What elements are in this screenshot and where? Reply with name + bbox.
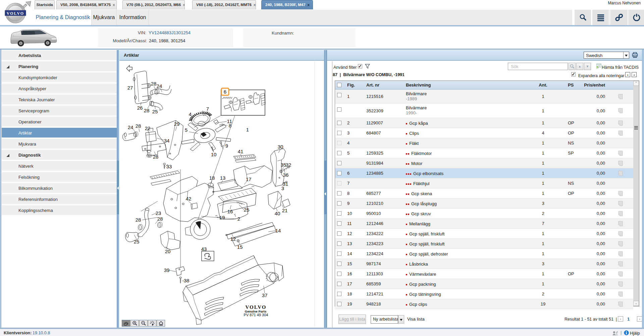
svg-text:14: 14: [275, 228, 281, 233]
svg-text:9: 9: [225, 143, 228, 149]
svg-text:3: 3: [281, 185, 284, 191]
svg-text:32: 32: [286, 162, 291, 168]
svg-text:28: 28: [157, 216, 163, 222]
svg-text:28: 28: [136, 217, 141, 223]
svg-text:VOLVO: VOLVO: [7, 11, 24, 16]
svg-text:6: 6: [224, 89, 226, 95]
svg-text:2: 2: [237, 216, 240, 222]
svg-text:28: 28: [136, 123, 141, 129]
svg-text:22: 22: [145, 125, 151, 131]
svg-text:20: 20: [165, 248, 171, 254]
svg-text:21: 21: [282, 208, 288, 213]
svg-text:40: 40: [275, 211, 280, 216]
svg-text:33: 33: [166, 164, 172, 169]
svg-text:23: 23: [156, 210, 161, 216]
svg-text:24: 24: [157, 83, 162, 89]
svg-text:28: 28: [153, 154, 159, 160]
svg-text:38: 38: [184, 278, 190, 283]
svg-text:28: 28: [144, 108, 150, 113]
svg-text:17: 17: [246, 176, 252, 182]
svg-text:10: 10: [211, 152, 217, 157]
svg-text:PV 871 49 304: PV 871 49 304: [244, 313, 268, 317]
svg-text:8: 8: [229, 123, 231, 128]
svg-text:26: 26: [137, 105, 143, 111]
svg-text:VOLVO: VOLVO: [245, 304, 266, 310]
svg-text:39: 39: [164, 267, 170, 273]
svg-text:43: 43: [201, 246, 207, 252]
svg-text:19: 19: [219, 215, 225, 220]
svg-text:7: 7: [206, 106, 209, 112]
svg-text:5: 5: [185, 127, 187, 133]
svg-text:41: 41: [238, 149, 244, 154]
svg-text:4: 4: [189, 111, 192, 117]
svg-text:1: 1: [246, 127, 249, 132]
svg-text:27: 27: [127, 85, 133, 91]
svg-text:12: 12: [230, 236, 236, 242]
svg-text:15: 15: [237, 244, 243, 250]
svg-text:42: 42: [186, 196, 192, 202]
svg-text:29: 29: [174, 121, 180, 127]
svg-text:24: 24: [128, 124, 133, 130]
svg-text:28: 28: [151, 81, 157, 87]
svg-text:30: 30: [278, 144, 283, 150]
svg-text:25: 25: [134, 239, 140, 244]
svg-text:18: 18: [209, 175, 215, 181]
svg-text:36: 36: [283, 172, 289, 178]
svg-text:34: 34: [164, 138, 170, 144]
svg-text:25: 25: [152, 109, 158, 114]
svg-text:16: 16: [227, 209, 233, 214]
svg-text:13: 13: [220, 175, 226, 181]
svg-text:25: 25: [244, 207, 250, 213]
svg-text:37: 37: [262, 292, 268, 298]
